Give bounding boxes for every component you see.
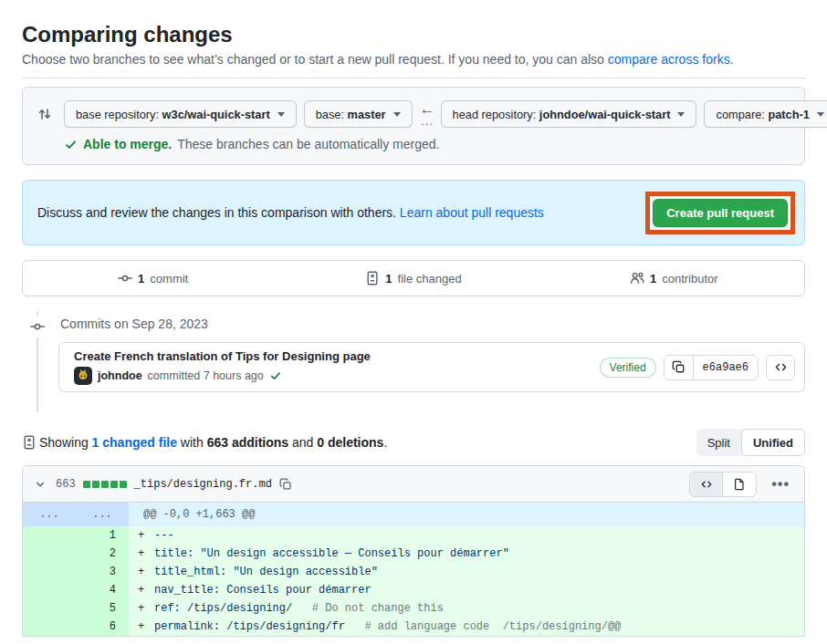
showing-mid: with [177, 435, 207, 450]
code-icon [774, 360, 788, 374]
deletions-count: 0 deletions [317, 435, 383, 450]
hunk-gutter-dots: ... [23, 503, 76, 526]
diff-line: 4 +nav_title: Conseils pour démarrer [23, 581, 804, 599]
file-diff-header: 663 _tips/designing.fr.md [23, 466, 804, 503]
file-diff-icon [365, 271, 380, 286]
commit-timestamp: committed 7 hours ago [148, 369, 264, 382]
head-repository-dropdown[interactable]: head repository: johndoe/wai-quick-start [441, 100, 697, 128]
diff-line-number[interactable]: 5 [23, 599, 129, 618]
contributors-summary[interactable]: 1 contributor [544, 261, 804, 296]
showing-prefix: Showing [39, 435, 92, 450]
compare-branch-value: patch-1 [768, 108, 810, 121]
compare-direction-indicator: ← ... [420, 101, 435, 127]
diff-line: 5 +ref: /tips/designing/ # Do not change… [23, 599, 804, 618]
base-branch-label: base: [316, 108, 344, 121]
commit-info: Create French translation of Tips for De… [74, 349, 371, 385]
merge-status-row: Able to merge. These branches can be aut… [64, 137, 790, 151]
contributor-label: contributor [662, 272, 717, 286]
create-pull-request-button[interactable]: Create pull request [653, 199, 788, 227]
browse-code-button[interactable] [766, 355, 795, 380]
changed-file-link[interactable]: 1 changed file [92, 435, 177, 450]
diff-line-content: +title_html: "Un design accessible" [129, 566, 378, 578]
source-diff-button[interactable] [690, 473, 723, 496]
people-icon [630, 271, 644, 286]
highlight-annotation: Create pull request [645, 192, 795, 234]
file-diff-icon [22, 435, 37, 450]
collapse-file-button[interactable] [32, 476, 48, 493]
commit-author[interactable]: johndoe [98, 369, 142, 382]
diff-summary-text: Showing 1 changed file with 663 addition… [22, 435, 387, 450]
base-branch-value: master [348, 108, 386, 121]
commits-date-header: Commits on Sep 28, 2023 [22, 309, 805, 342]
caret-down-icon [677, 112, 685, 117]
commit-meta: johndoe committed 7 hours ago [74, 367, 371, 385]
showing-period: . [383, 435, 387, 450]
banner-sentence: Discuss and review the changes in this c… [37, 205, 396, 220]
diff-line-number[interactable]: 6 [23, 618, 129, 636]
banner-text: Discuss and review the changes in this c… [37, 205, 544, 220]
commit-title-link[interactable]: Create French translation of Tips for De… [74, 349, 371, 363]
diff-line-content: +permalink: /tips/designing/fr # add lan… [129, 620, 621, 633]
contributor-count: 1 [650, 272, 656, 286]
avatar[interactable] [74, 367, 92, 385]
copy-sha-button[interactable] [665, 356, 694, 379]
split-view-button[interactable]: Split [696, 429, 741, 456]
diff-line-content: +title: "Un design accessible — Conseils… [129, 547, 509, 560]
files-changed-summary[interactable]: 1 file changed [283, 261, 543, 296]
verified-badge[interactable]: Verified [600, 358, 656, 378]
diff-view-toggle: Split Unified [696, 429, 805, 456]
diff-line-number[interactable]: 2 [23, 545, 129, 563]
commit-label: commit [150, 272, 188, 286]
head-repository-value: johndoe/wai-quick-start [539, 108, 671, 121]
diff-render-toggle [689, 472, 757, 497]
base-repository-dropdown[interactable]: base repository: w3c/wai-quick-start [64, 100, 297, 128]
diff-line: 3 +title_html: "Un design accessible" [23, 563, 804, 581]
compare-branch-dropdown[interactable]: compare: patch-1 [704, 100, 827, 128]
diff-line-number[interactable]: 1 [23, 526, 129, 545]
diff-line: 6 +permalink: /tips/designing/fr # add l… [23, 618, 804, 636]
commits-section: Commits on Sep 28, 2023 Create French tr… [22, 309, 805, 412]
rich-diff-button[interactable] [723, 473, 756, 496]
unified-view-button[interactable]: Unified [741, 429, 805, 456]
hunk-header-row: ... ... @@ -0,0 +1,663 @@ [23, 503, 804, 526]
diff-line-number[interactable]: 3 [23, 563, 129, 581]
additions-count: 663 additions [207, 435, 288, 450]
chevron-down-icon [34, 478, 47, 491]
hunk-gutter-dots: ... [76, 503, 129, 526]
compare-branch-label: compare: [716, 108, 764, 121]
subtitle-text: Choose two branches to see what’s change… [22, 52, 608, 67]
commit-count: 1 [138, 272, 144, 286]
page-subtitle: Choose two branches to see what’s change… [22, 52, 805, 67]
branch-selector-box: base repository: w3c/wai-quick-start bas… [22, 87, 805, 165]
files-changed-count: 1 [385, 272, 392, 286]
copy-icon [279, 478, 292, 491]
file-path[interactable]: _tips/designing.fr.md [134, 478, 272, 491]
copy-icon [672, 360, 686, 374]
direction-dots: ... [421, 115, 434, 127]
diff-body: ... ... @@ -0,0 +1,663 @@ 1 +--- 2 +titl… [23, 503, 804, 636]
copy-path-button[interactable] [279, 478, 292, 491]
file-diff-panel: 663 _tips/designing.fr.md [22, 465, 805, 637]
diff-line: 1 +--- [23, 526, 804, 545]
file-diff-actions: ••• [689, 472, 797, 497]
learn-about-pull-requests-link[interactable]: Learn about pull requests [400, 205, 544, 220]
showing-sentence: Showing 1 changed file with 663 addition… [39, 435, 387, 450]
commit-actions: Verified e6a9ae6 [600, 355, 795, 380]
kebab-icon[interactable]: ••• [764, 476, 797, 493]
merge-status-text: These branches can be automatically merg… [177, 137, 439, 151]
commit-sha-link[interactable]: e6a9ae6 [694, 356, 758, 379]
header-divider [22, 78, 805, 78]
pull-request-banner: Discuss and review the changes in this c… [22, 180, 805, 245]
showing-and: and [288, 435, 317, 450]
file-icon [733, 478, 746, 491]
diff-line-content: +--- [129, 529, 174, 542]
file-additions-count: 663 [56, 478, 76, 491]
commit-card: Create French translation of Tips for De… [58, 342, 805, 392]
diff-line-content: +ref: /tips/designing/ # Do not change t… [129, 602, 444, 615]
hunk-gutter: ... ... [23, 503, 129, 526]
diff-line-number[interactable]: 4 [23, 581, 129, 599]
files-changed-label: file changed [398, 272, 462, 286]
commits-summary[interactable]: 1 commit [23, 261, 283, 296]
base-branch-dropdown[interactable]: base: master [304, 100, 413, 128]
compare-across-forks-link[interactable]: compare across forks. [608, 52, 734, 67]
